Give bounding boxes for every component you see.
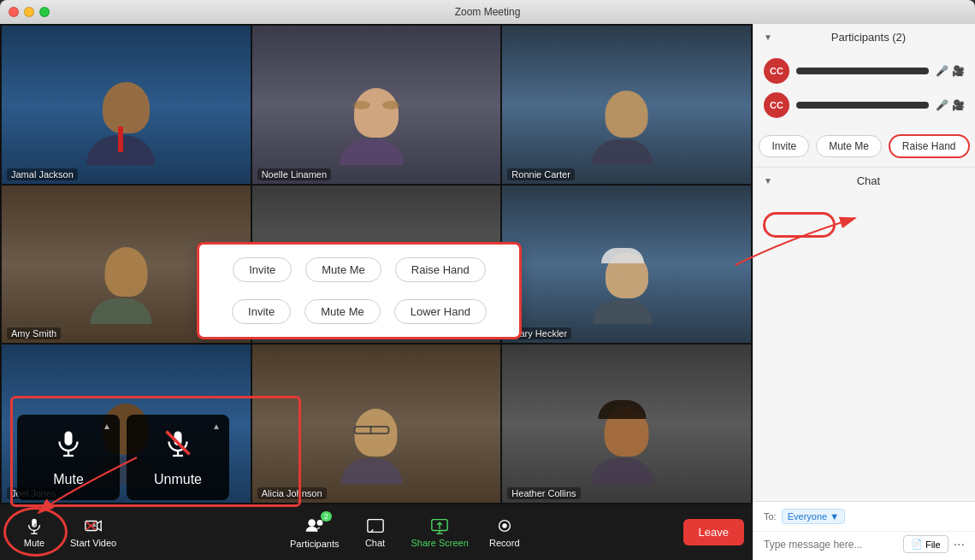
minimize-button[interactable] — [24, 7, 34, 17]
popup-invite-btn-1[interactable]: Invite — [233, 257, 292, 282]
maximize-button[interactable] — [39, 7, 50, 17]
video-cell-8: Alicia Johnson — [252, 345, 501, 503]
popup-row-2: Invite Mute Me Lower Hand — [216, 299, 502, 324]
participants-section: ▼ Participants (2) CC 🎤 🎥 CC 🎤 — [753, 24, 975, 168]
participant-avatar-1: CC — [764, 58, 789, 84]
unmute-label: Unmute — [154, 472, 202, 487]
right-panel: ▼ Participants (2) CC 🎤 🎥 CC 🎤 — [753, 24, 975, 560]
popup-raise-hand-btn-1[interactable]: Raise Hand — [395, 257, 486, 282]
participants-count: 2 — [321, 511, 332, 522]
participant-name-bar-2 — [796, 102, 929, 109]
chat-file-btn[interactable]: 📄 File — [903, 535, 948, 553]
mute-mic-icon — [53, 427, 84, 465]
file-icon: 📄 — [911, 539, 923, 550]
chat-input-field[interactable] — [764, 539, 898, 551]
panel-raise-hand-btn[interactable]: Raise Hand — [889, 134, 970, 158]
chat-dropdown-arrow: ▼ — [830, 511, 839, 522]
unmute-box[interactable]: ▲ Unmute — [127, 415, 229, 500]
popup-invite-btn-2[interactable]: Invite — [232, 299, 291, 324]
chat-toolbar-label: Chat — [365, 538, 385, 548]
participant-icons-1: 🎤 🎥 — [936, 65, 965, 77]
video-cell-1: Jamal Jackson — [2, 26, 251, 184]
participants-chevron: ▼ — [764, 32, 772, 42]
chat-to-dropdown[interactable]: Everyone ▼ — [782, 509, 845, 524]
participants-panel-title: Participants (2) — [772, 31, 965, 44]
participant-face-1 — [2, 26, 251, 184]
unmute-chevron: ▲ — [212, 421, 221, 431]
chat-messages-area — [753, 194, 975, 501]
chat-panel-title: Chat — [772, 174, 965, 187]
popup-panel: Invite Mute Me Raise Hand Invite Mute Me… — [197, 242, 522, 339]
mute-icon-wrap: ▲ — [25, 516, 44, 535]
participant-row-2: CC 🎤 🎥 — [753, 88, 975, 122]
popup-lower-hand-btn[interactable]: Lower Hand — [394, 299, 487, 324]
participant-row-1: CC 🎤 🎥 — [753, 54, 975, 88]
main-container: Jamal Jackson Noelle Linamen — [0, 24, 975, 560]
video-cell-6: Mary Heckler — [502, 186, 751, 344]
window-controls — [9, 7, 50, 17]
chat-input-area: To: Everyone ▼ — [753, 501, 975, 531]
participant-name-4: Amy Smith — [7, 327, 61, 339]
participant-face-3 — [502, 26, 751, 184]
participants-toolbar-btn[interactable]: 2 Participants — [280, 512, 349, 552]
chat-section: ▼ Chat To: Everyone ▼ 📄 File ··· — [753, 168, 975, 560]
participants-panel-buttons: Invite Mute Me Raise Hand — [753, 126, 975, 167]
toolbar: ▲ Mute ▲ — [0, 504, 753, 560]
mute-toolbar-btn[interactable]: ▲ Mute — [9, 513, 60, 551]
panel-mute-me-btn[interactable]: Mute Me — [816, 135, 882, 157]
svg-point-13 — [308, 519, 316, 527]
mic-icon-2: 🎤 — [936, 99, 948, 111]
participant-avatar-2: CC — [764, 92, 789, 118]
video-area: Jamal Jackson Noelle Linamen — [0, 24, 753, 560]
title-bar: Zoom Meeting — [0, 0, 975, 24]
close-button[interactable] — [9, 7, 19, 17]
popup-row-1: Invite Mute Me Raise Hand — [216, 257, 502, 282]
mute-chevron-icon[interactable]: ▲ — [32, 521, 38, 528]
participant-face-9 — [502, 345, 751, 503]
video-chevron-icon[interactable]: ▲ — [91, 521, 98, 528]
popup-mute-btn-2[interactable]: Mute Me — [304, 299, 381, 324]
participant-face-2 — [252, 26, 501, 184]
mute-toolbar-label: Mute — [24, 538, 44, 548]
window-title: Zoom Meeting — [455, 6, 521, 18]
chat-header[interactable]: ▼ Chat — [753, 168, 975, 194]
mute-label: Mute — [53, 472, 84, 487]
panel-invite-btn[interactable]: Invite — [759, 135, 809, 157]
record-toolbar-btn[interactable]: Record — [479, 513, 530, 551]
participant-name-1: Jamal Jackson — [7, 168, 78, 180]
video-icon-2: 🎥 — [952, 99, 965, 111]
chat-toolbar-btn[interactable]: Chat — [350, 513, 401, 551]
svg-point-20 — [502, 523, 507, 528]
participant-name-3: Ronnie Carter — [507, 168, 574, 180]
mute-demo-overlay: ▲ Mute ▲ — [17, 415, 229, 500]
video-icon-wrap: ▲ — [84, 516, 103, 535]
video-cell-9: Heather Collins — [502, 345, 751, 503]
participants-label: Participants — [290, 539, 339, 549]
participant-icons-2: 🎤 🎥 — [936, 99, 965, 111]
popup-mute-btn-1[interactable]: Mute Me — [305, 257, 381, 282]
file-label: File — [925, 539, 941, 550]
chat-to-label: To: — [764, 511, 777, 522]
participant-name-bar-1 — [796, 68, 929, 74]
participant-face-8 — [252, 345, 501, 503]
leave-button[interactable]: Leave — [683, 519, 744, 545]
svg-rect-0 — [65, 432, 73, 446]
share-screen-label: Share Screen — [411, 538, 469, 548]
start-video-toolbar-btn[interactable]: ▲ Start Video — [60, 513, 127, 551]
chat-to-value: Everyone — [788, 511, 827, 522]
chat-more-btn[interactable]: ··· — [954, 537, 965, 552]
share-screen-toolbar-btn[interactable]: Share Screen — [401, 513, 479, 551]
mute-chevron: ▲ — [103, 421, 111, 431]
start-video-label: Start Video — [70, 538, 116, 548]
video-cell-2: Noelle Linamen — [252, 26, 501, 184]
participant-name-8: Alicia Johnson — [257, 487, 327, 499]
mic-icon-1: 🎤 — [936, 65, 948, 77]
svg-point-14 — [316, 520, 322, 526]
participants-header[interactable]: ▼ Participants (2) — [753, 24, 975, 50]
participants-list: CC 🎤 🎥 CC 🎤 🎥 — [753, 50, 975, 126]
participant-face-6 — [502, 186, 751, 344]
mute-box[interactable]: ▲ Mute — [17, 415, 120, 500]
chat-bottom-row: 📄 File ··· — [753, 531, 975, 560]
chat-chevron: ▼ — [764, 176, 772, 186]
participant-name-9: Heather Collins — [507, 487, 580, 499]
